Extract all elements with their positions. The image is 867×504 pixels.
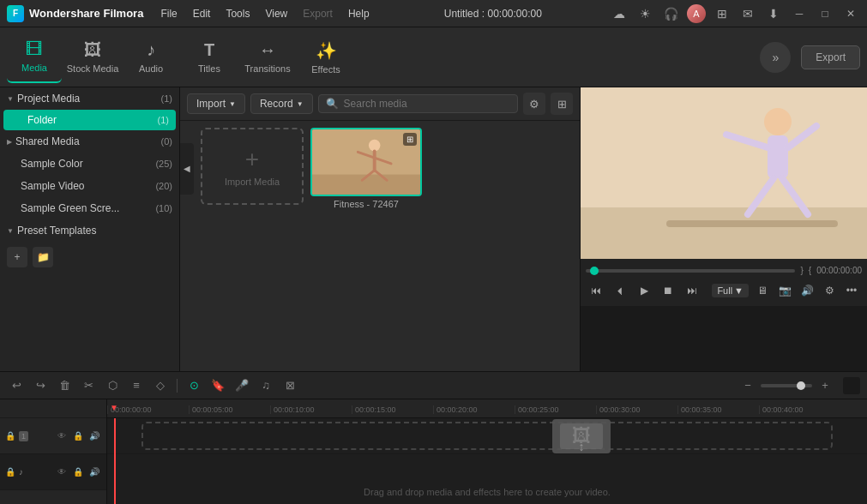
zoom-slider[interactable]	[761, 384, 812, 387]
menu-file[interactable]: File	[154, 5, 184, 22]
effects-toolbar-label: Effects	[311, 64, 340, 75]
menu-help[interactable]: Help	[341, 5, 376, 22]
audio-eye-button[interactable]: 👁	[55, 465, 69, 479]
mask-button[interactable]: ⬡	[103, 376, 122, 395]
minimize-button[interactable]: ─	[790, 4, 809, 23]
sample-color-header[interactable]: Sample Color (25)	[0, 153, 179, 175]
zoom-in-button[interactable]: +	[816, 376, 834, 395]
svg-point-2	[369, 140, 381, 152]
panel-collapse[interactable]	[843, 377, 860, 394]
sun-icon[interactable]: ☀	[635, 4, 654, 23]
capture-button[interactable]: ⊠	[280, 376, 299, 395]
video-vol-button[interactable]: 🔊	[87, 429, 101, 443]
video-drop-zone[interactable]: 🖼 ↕	[141, 422, 833, 450]
ruler-tick-7: 00:00:35:00	[677, 405, 759, 414]
cut-button[interactable]: ✂	[79, 376, 98, 395]
step-back-button[interactable]: ⏴	[610, 280, 630, 301]
left-panel: ▼ Project Media (1) Folder (1) ▶ Shared …	[0, 87, 180, 371]
zoom-dropdown[interactable]: Full ▼	[712, 284, 749, 297]
toolbar-titles[interactable]: T Titles	[182, 32, 237, 83]
user-avatar[interactable]: A	[687, 4, 706, 23]
settings-button[interactable]: ⚙	[819, 280, 840, 301]
grid-icon[interactable]: ⊞	[713, 4, 732, 23]
headphone-icon[interactable]: 🎧	[661, 4, 680, 23]
import-label: Import	[196, 98, 226, 110]
video-track-label: 🔒 1 👁 🔒 🔊	[0, 418, 106, 454]
preview-svg	[581, 87, 867, 259]
maximize-button[interactable]: □	[816, 4, 834, 23]
scroll-left-button[interactable]: ◀	[180, 143, 194, 195]
skip-forward-button[interactable]: ⏭	[682, 280, 702, 301]
zoom-out-button[interactable]: −	[738, 376, 757, 395]
toolbar-stock-media[interactable]: 🖼 Stock Media	[65, 32, 120, 83]
mail-icon[interactable]: ✉	[738, 4, 757, 23]
stop-button[interactable]: ⏹	[658, 280, 678, 301]
volume-button[interactable]: 🔊	[797, 280, 817, 301]
toolbar-sep1	[177, 379, 178, 393]
skip-back-button[interactable]: ⏮	[586, 280, 606, 301]
main-content: ▼ Project Media (1) Folder (1) ▶ Shared …	[0, 87, 867, 371]
folder-count: (1)	[158, 115, 169, 125]
audio-track-button[interactable]: ♫	[256, 376, 275, 395]
drop-zone-text: Drag and drop media and effects here to …	[364, 487, 611, 497]
audio-vol-button[interactable]: 🔊	[87, 465, 101, 479]
keyframe-button[interactable]: ◇	[151, 376, 170, 395]
media-item-label: Fitness - 72467	[310, 199, 422, 209]
cloud-icon[interactable]: ☁	[610, 4, 629, 23]
import-placeholder[interactable]: + Import Media	[201, 128, 304, 205]
download-icon[interactable]: ⬇	[764, 4, 783, 23]
search-icon: 🔍	[326, 98, 339, 110]
menu-edit[interactable]: Edit	[186, 5, 218, 22]
snap-button[interactable]: ⊙	[184, 376, 203, 395]
undo-button[interactable]: ↩	[7, 376, 26, 395]
title-actions: ☁ ☀ 🎧 A ⊞ ✉ ⬇ ─ □ ✕	[610, 4, 860, 23]
camera-button[interactable]: 📷	[774, 280, 795, 301]
video-lock2-button[interactable]: 🔒	[71, 429, 85, 443]
screen-button[interactable]: 🖥	[752, 280, 773, 301]
shared-media-header[interactable]: ▶ Shared Media (0)	[0, 130, 179, 153]
transitions-toolbar-label: Transitions	[244, 63, 290, 74]
import-button[interactable]: Import ▼	[187, 93, 245, 114]
playhead[interactable]	[114, 418, 116, 504]
export-button[interactable]: Export	[801, 45, 860, 69]
stock-media-label: Stock Media	[67, 63, 119, 74]
record-label: Record	[260, 98, 293, 110]
search-input[interactable]	[344, 98, 510, 110]
add-panel-button[interactable]: +	[7, 247, 27, 267]
svg-point-10	[764, 108, 792, 135]
menu-view[interactable]: View	[258, 5, 294, 22]
folder-item[interactable]: Folder (1)	[3, 110, 176, 130]
play-button[interactable]: ▶	[634, 280, 654, 301]
sample-video-header[interactable]: Sample Video (20)	[0, 175, 179, 197]
folder-panel-button[interactable]: 📁	[33, 247, 53, 267]
toolbar-audio[interactable]: ♪ Audio	[123, 32, 178, 83]
audio-eq-button[interactable]: ≡	[127, 376, 146, 395]
badge-button[interactable]: 🔖	[208, 376, 227, 395]
toolbar-expand-button[interactable]: »	[760, 42, 791, 73]
delete-button[interactable]: 🗑	[55, 376, 74, 395]
audio-lock2-button[interactable]: 🔒	[71, 465, 85, 479]
preset-templates-header[interactable]: ▼ Preset Templates	[0, 219, 179, 242]
sample-green-header[interactable]: Sample Green Scre... (10)	[0, 197, 179, 219]
mic-button[interactable]: 🎤	[232, 376, 251, 395]
video-eye-button[interactable]: 👁	[55, 429, 69, 443]
ruler-tick-1: 00:00:05:00	[189, 405, 270, 414]
record-button[interactable]: Record ▼	[250, 93, 313, 114]
toolbar-effects[interactable]: ✨ Effects	[298, 32, 353, 83]
toolbar-transitions[interactable]: ↔ Transitions	[240, 32, 295, 83]
video-seekbar[interactable]	[586, 269, 795, 273]
filter-button[interactable]: ⚙	[523, 93, 545, 115]
media-item-fitness[interactable]: ⊞ Fitness - 72467	[310, 128, 422, 209]
track-label-spacer	[0, 399, 106, 418]
grid-view-button[interactable]: ⊞	[551, 93, 573, 115]
menu-tools[interactable]: Tools	[219, 5, 256, 22]
toolbar-media[interactable]: 🎞 Media	[7, 32, 62, 83]
drag-thumbnail: 🖼 ↕	[552, 419, 611, 453]
more-button[interactable]: •••	[841, 280, 862, 301]
project-media-header[interactable]: ▼ Project Media (1)	[0, 87, 179, 110]
audio-toolbar-icon: ♪	[147, 40, 155, 60]
menu-export[interactable]: Export	[296, 5, 340, 22]
sample-color-label: Sample Color	[21, 158, 83, 170]
redo-button[interactable]: ↪	[31, 376, 50, 395]
close-button[interactable]: ✕	[841, 4, 860, 23]
